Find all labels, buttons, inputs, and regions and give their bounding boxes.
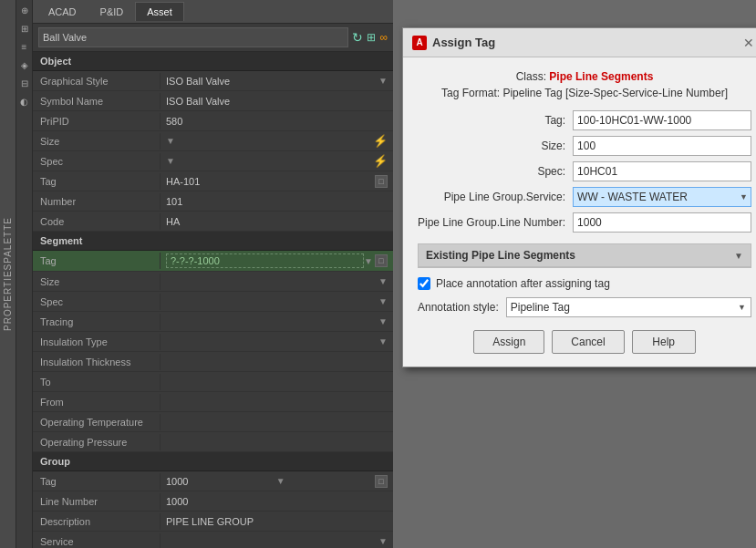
annotation-row: Annotation style: Pipeline Tag xyxy=(418,297,751,317)
segment-tag-expand-btn[interactable]: □ xyxy=(375,254,388,267)
form-grid: Tag: Size: Spec: Pipe Line Group.Service… xyxy=(418,110,751,233)
class-value: Pipe Line Segments xyxy=(549,70,653,83)
prop-tag: Tag HA-101 □ xyxy=(33,171,393,191)
annotation-select[interactable]: Pipeline Tag xyxy=(506,297,751,317)
dialog-app-icon: A xyxy=(412,36,427,50)
section-group: Group xyxy=(33,452,393,471)
arrow-icon: ▼ xyxy=(166,136,175,146)
palette-label: PROPERTIESPALETTE xyxy=(0,0,16,548)
prop-graphical-style: Graphical Style ISO Ball Valve ▼ xyxy=(33,71,393,91)
linenumber-input[interactable] xyxy=(573,212,751,233)
tool-icon-4[interactable]: ◈ xyxy=(18,58,31,71)
prop-op-pressure: Operating Pressure xyxy=(33,432,393,452)
tool-icon-3[interactable]: ≡ xyxy=(18,40,31,53)
size-input[interactable] xyxy=(573,136,751,156)
size-field-label: Size: xyxy=(418,140,565,152)
arrow-icon: ▼ xyxy=(276,476,285,486)
checkbox-row: Place annotation after assigning tag xyxy=(418,277,751,290)
arrow-icon: ▼ xyxy=(378,276,388,286)
prop-segment-tag: Tag ?-?-?-1000 ▼ □ xyxy=(33,251,393,272)
arrow-icon: ▼ xyxy=(378,536,388,546)
spec-field-label: Spec: xyxy=(418,165,565,178)
prop-number: Number 101 xyxy=(33,191,393,212)
help-button[interactable]: Help xyxy=(632,330,696,354)
service-select-wrapper: WW - WASTE WATER xyxy=(573,187,751,207)
prop-from: From xyxy=(33,392,393,412)
assign-tag-dialog: A Assign Tag ✕ Class: Pipe Line Segments… xyxy=(402,27,756,367)
tool-icon-2[interactable]: ⊞ xyxy=(18,22,31,35)
properties-list: Object Graphical Style ISO Ball Valve ▼ … xyxy=(33,52,393,548)
arrow-icon: ▼ xyxy=(166,156,175,166)
linenumber-field-label: Pipe Line Group.Line Number: xyxy=(418,216,565,229)
dialog-titlebar: A Assign Tag ✕ xyxy=(403,28,756,57)
properties-icon[interactable]: ⊞ xyxy=(367,31,376,44)
icons-panel: ⊕ ⊞ ≡ ◈ ⊟ ◐ xyxy=(16,0,33,548)
dialog-area: A Assign Tag ✕ Class: Pipe Line Segments… xyxy=(393,0,756,548)
dialog-title: Assign Tag xyxy=(432,36,495,49)
tool-icon-1[interactable]: ⊕ xyxy=(18,4,31,16)
properties-panel: ACAD P&ID Asset Ball Valve ↻ ⊞ ∞ Object … xyxy=(33,0,393,548)
prop-group-tag: Tag 1000 ▼ □ xyxy=(33,471,393,491)
group-tag-expand-btn[interactable]: □ xyxy=(375,475,388,488)
service-select[interactable]: WW - WASTE WATER xyxy=(573,187,751,207)
prop-size: Size ▼ ⚡ xyxy=(33,131,393,151)
segment-tag-value: ?-?-?-1000 xyxy=(166,253,364,268)
cancel-button[interactable]: Cancel xyxy=(552,330,624,354)
section-object: Object xyxy=(33,52,393,71)
prop-code: Code HA xyxy=(33,212,393,232)
service-field-label: Pipe Line Group.Service: xyxy=(418,191,565,203)
arrow-icon: ▼ xyxy=(364,256,373,266)
dialog-body: Class: Pipe Line Segments Tag Format: Pi… xyxy=(403,57,756,367)
arrow-icon: ▼ xyxy=(378,76,388,86)
spec-input[interactable] xyxy=(573,161,751,181)
prop-description: Description PIPE LINE GROUP xyxy=(33,512,393,532)
dialog-info: Class: Pipe Line Segments Tag Format: Pi… xyxy=(418,70,751,99)
assign-button[interactable]: Assign xyxy=(473,330,544,354)
prop-tracing: Tracing ▼ xyxy=(33,312,393,332)
tab-acad[interactable]: ACAD xyxy=(36,2,88,21)
tab-asset[interactable]: Asset xyxy=(135,2,184,21)
prop-service: Service ▼ xyxy=(33,532,393,548)
tool-icon-6[interactable]: ◐ xyxy=(18,95,31,108)
section-segment: Segment xyxy=(33,232,393,251)
prop-to: To xyxy=(33,372,393,392)
annotation-select-wrapper: Pipeline Tag xyxy=(506,297,751,317)
prop-segment-spec: Spec ▼ xyxy=(33,292,393,312)
tab-bar: ACAD P&ID Asset xyxy=(33,0,393,24)
dialog-title-left: A Assign Tag xyxy=(412,36,495,50)
checkbox-label: Place annotation after assigning tag xyxy=(436,277,610,290)
lightning-icon: ⚡ xyxy=(373,134,388,148)
tag-input[interactable] xyxy=(573,110,751,130)
existing-header-text: Existing Pipe Line Segments xyxy=(426,249,575,262)
prop-insulation-thickness: Insulation Thickness xyxy=(33,352,393,372)
arrow-icon: ▼ xyxy=(378,316,388,326)
existing-section: Existing Pipe Line Segments ▼ xyxy=(418,243,751,268)
annotation-style-label: Annotation style: xyxy=(418,301,499,314)
object-type-select[interactable]: Ball Valve xyxy=(38,27,348,47)
tool-icon-5[interactable]: ⊟ xyxy=(18,77,31,89)
arrow-icon: ▼ xyxy=(378,296,388,306)
tag-field-label: Tag: xyxy=(418,114,565,127)
existing-header: Existing Pipe Line Segments ▼ xyxy=(419,244,751,267)
refresh-icon[interactable]: ↻ xyxy=(352,30,363,45)
object-type-row: Ball Valve ↻ ⊞ ∞ xyxy=(33,24,393,52)
prop-pripid: PriPID 580 xyxy=(33,111,393,131)
tagformat-line: Tag Format: Pipeline Tag [Size-Spec-Serv… xyxy=(418,87,751,99)
prop-line-number: Line Number 1000 xyxy=(33,491,393,512)
dialog-buttons: Assign Cancel Help xyxy=(418,330,751,354)
prop-insulation-type: Insulation Type ▼ xyxy=(33,332,393,352)
tag-expand-btn[interactable]: □ xyxy=(375,175,388,188)
class-line: Class: Pipe Line Segments xyxy=(418,70,751,83)
close-button[interactable]: ✕ xyxy=(740,35,756,51)
tab-pid[interactable]: P&ID xyxy=(88,2,136,21)
link-icon[interactable]: ∞ xyxy=(379,31,388,44)
collapse-icon[interactable]: ▼ xyxy=(734,251,743,261)
prop-op-temp: Operating Temperature xyxy=(33,412,393,432)
prop-spec: Spec ▼ ⚡ xyxy=(33,151,393,171)
annotation-checkbox[interactable] xyxy=(418,277,430,290)
prop-segment-size: Size ▼ xyxy=(33,272,393,292)
lightning-icon: ⚡ xyxy=(373,154,388,168)
arrow-icon: ▼ xyxy=(378,336,388,346)
prop-symbol-name: Symbol Name ISO Ball Valve xyxy=(33,91,393,111)
